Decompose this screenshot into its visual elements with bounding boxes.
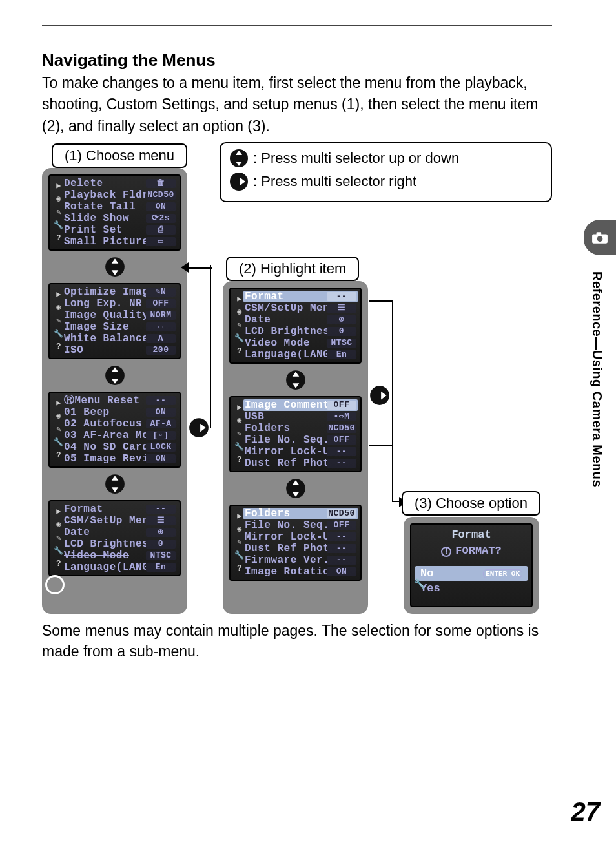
menu-item-label: Video Mode	[64, 550, 146, 561]
menu-item-label: CSM/SetUp Menu	[64, 516, 146, 527]
menu-item-label: 05 Image Review	[64, 454, 146, 465]
menu-item-value: •⇔M	[327, 412, 356, 421]
menu-item[interactable]: LCD Brightness0	[63, 538, 177, 550]
menu-item-label: Folders	[245, 508, 327, 519]
menu-item-label: USB	[245, 412, 327, 423]
menu-item-label: Image Quality	[64, 310, 146, 321]
menu-item[interactable]: Print Set⎙	[63, 224, 177, 236]
menu-item-label: File No. Seq.	[245, 435, 327, 446]
menu-item[interactable]: Image QualityNORM	[63, 309, 177, 321]
menu-item[interactable]: 02 AutofocusAF-A	[63, 418, 177, 430]
menu-item-value: OFF	[327, 401, 356, 410]
menu-item-value: ▭	[146, 237, 176, 246]
option-no-row[interactable]: NoENTER OK	[415, 566, 528, 581]
legend-text-updown: : Press multi selector up or down	[253, 150, 459, 167]
menu-item-value: OFF	[327, 435, 356, 445]
menu-item[interactable]: Playback FldrNCD50	[63, 189, 177, 201]
menu-item-value: ✎N	[146, 288, 176, 297]
menu-item[interactable]: Long Exp. NROFF	[63, 298, 177, 309]
flow-line	[392, 300, 393, 502]
format-dialog-question-row: !FORMAT?	[415, 545, 528, 557]
menu-item[interactable]: Video ModeNTSC	[63, 550, 177, 561]
legend-box: : Press multi selector up or down : Pres…	[220, 142, 552, 202]
menu-item[interactable]: Language(LANG)En	[63, 561, 177, 573]
menu-item-label: Folders	[245, 423, 327, 434]
menu-item[interactable]: FoldersNCD50	[243, 423, 358, 434]
right-arrow-icon	[188, 417, 210, 441]
menu-item-label: Image Rotation	[245, 567, 327, 578]
menu-item-label: Format	[64, 504, 146, 515]
menu-item[interactable]: 01 BeepON	[63, 406, 177, 418]
menu-item-value: NCD50	[146, 191, 176, 200]
menu-item[interactable]: 04 No SD Card?LOCK	[63, 441, 177, 453]
menu-item-label: Playback Fldr	[64, 190, 146, 201]
menu-item[interactable]: ISO200	[63, 344, 177, 356]
selector-updown-icon	[229, 149, 249, 168]
step2-label: (2) Highlight item	[226, 257, 359, 281]
menu-item-value: ⟳2s	[146, 214, 176, 223]
menu-item-label: 02 Autofocus	[64, 419, 146, 430]
updown-arrow-icon	[229, 369, 362, 391]
menu-item[interactable]: Slide Show⟳2s	[63, 213, 177, 224]
step3-label: (3) Choose option	[402, 491, 540, 516]
svg-rect-1	[597, 232, 602, 235]
setup-page1-lcd: ▶◉✎🔧?Format--CSM/SetUp Menu☰Date⊕LCD Bri…	[229, 288, 362, 364]
menu-item[interactable]: FoldersNCD50	[243, 508, 358, 519]
option-yes-row[interactable]: Yes	[415, 581, 528, 596]
menu-item[interactable]: Dust Ref Photo--	[243, 543, 358, 554]
format-dialog-lcd: Format !FORMAT? NoENTER OK Yes 🔧	[410, 523, 533, 607]
menu-item-label: Video Mode	[245, 338, 327, 349]
menu-item[interactable]: Small Picture▭	[63, 236, 177, 247]
menu-item[interactable]: Video ModeNTSC	[243, 337, 358, 349]
menu-item-label: Language(LANG)	[64, 562, 146, 573]
legend-text-right: : Press multi selector right	[253, 173, 416, 190]
menu-item[interactable]: Mirror Lock-Up--	[243, 531, 358, 543]
menu-item[interactable]: 05 Image ReviewON	[63, 453, 177, 465]
menu-item[interactable]: LCD Brightness0	[243, 326, 358, 337]
menu-item-value: ON	[146, 202, 176, 211]
menu-item[interactable]: White BalanceA	[63, 333, 177, 344]
menu-item[interactable]: Optimize Image✎N	[63, 286, 177, 298]
menu-item[interactable]: ⓇMenu Reset--	[63, 395, 177, 406]
updown-arrow-icon	[48, 256, 181, 278]
menu-item[interactable]: CSM/SetUp Menu☰	[63, 515, 177, 527]
menu-item[interactable]: File No. Seq.OFF	[243, 519, 358, 531]
column1-panel: ▶◉✎🔧?Delete🗑Playback FldrNCD50Rotate Tal…	[42, 168, 187, 614]
right-arrow-icon	[369, 384, 391, 409]
menu-item[interactable]: Delete🗑	[63, 178, 177, 189]
menu-item[interactable]: Image CommentOFF	[243, 399, 358, 411]
menu-item-value: OFF	[146, 299, 176, 308]
menu-item[interactable]: Date⊕	[243, 314, 358, 326]
menu-item[interactable]: USB•⇔M	[243, 411, 358, 423]
menu-item[interactable]: 03 AF-Area Mode[▫]	[63, 430, 177, 441]
section-side-label: Reference—Using Camera Menus	[590, 271, 604, 487]
step1-label: (1) Choose menu	[52, 143, 187, 168]
menu-item[interactable]: Image Size▭	[63, 321, 177, 333]
menu-item[interactable]: Format--	[243, 291, 358, 302]
menu-item[interactable]: Language(LANG)En	[243, 349, 358, 361]
menu-item-value: 0	[146, 540, 176, 549]
menu-item[interactable]: Image RotationON	[243, 566, 358, 578]
menu-item-label: 01 Beep	[64, 407, 146, 418]
menu-item[interactable]: Date⊕	[63, 527, 177, 538]
menu-item[interactable]: Rotate TallON	[63, 201, 177, 213]
menu-item-label: 04 No SD Card?	[64, 442, 146, 453]
menu-item[interactable]: File No. Seq.OFF	[243, 434, 358, 446]
menu-item[interactable]: Firmware Ver.--	[243, 554, 358, 566]
menu-item-value: NTSC	[327, 339, 356, 348]
menu-item-label: File No. Seq.	[245, 520, 327, 531]
menu-item-label: Delete	[64, 178, 146, 189]
menu-item[interactable]: Dust Ref Photo--	[243, 457, 358, 469]
menu-item[interactable]: CSM/SetUp Menu☰	[243, 302, 358, 314]
menu-item[interactable]: Mirror Lock-Up--	[243, 446, 358, 457]
menu-item-label: Small Picture	[64, 236, 146, 247]
menu-item-label: Slide Show	[64, 213, 146, 224]
menu-item[interactable]: Format--	[63, 503, 177, 515]
legend-row-right: : Press multi selector right	[229, 172, 543, 191]
menu-item-label: Rotate Tall	[64, 202, 146, 213]
selector-right-icon	[229, 172, 249, 191]
menu-item-label: ISO	[64, 345, 146, 356]
flow-line	[369, 300, 392, 302]
menu-item-value: 0	[327, 327, 356, 336]
menu-item-value: ☰	[327, 304, 356, 313]
